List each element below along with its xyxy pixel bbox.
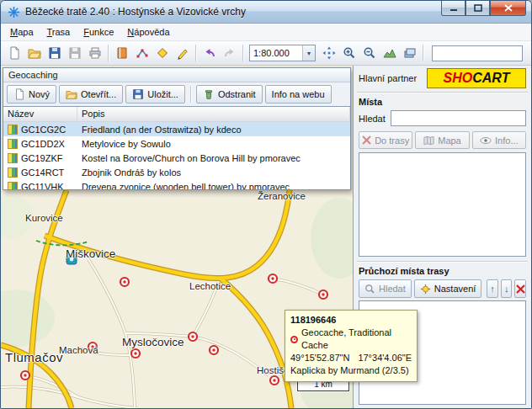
search-icon (364, 284, 375, 295)
layers-button[interactable] (400, 44, 419, 63)
pan-arrows-icon (322, 46, 336, 60)
town-label: Žeranovice (258, 191, 306, 201)
column-header-name[interactable]: Název (3, 107, 77, 121)
geocache-new-button[interactable]: Nový (7, 85, 56, 104)
geocache-row[interactable]: GC11VHK Drevena zvonice (wooden bell tow… (3, 179, 350, 189)
show-on-map-button[interactable]: Mapa (415, 131, 469, 149)
menubar: Mapa Trasa Funkce Nápověda (1, 24, 531, 41)
book-icon (115, 46, 129, 60)
menu-funkce[interactable]: Funkce (77, 24, 120, 40)
geocache-row[interactable]: GC14RCT Zbojnik Ondráš by kolos (3, 165, 350, 179)
add-to-route-button[interactable]: Do trasy (359, 131, 412, 149)
save-icon (132, 88, 144, 100)
undo-icon (203, 46, 216, 60)
zoom-in-button[interactable] (339, 44, 359, 63)
geocache-delete-button[interactable]: Odstranit (196, 85, 263, 104)
town-label: Miškovice (66, 247, 115, 260)
app-snowflake-icon (8, 6, 20, 19)
geocache-marker (210, 346, 218, 354)
waypoint-search-button[interactable]: Hledat (359, 279, 412, 298)
geocaching-panel-title[interactable]: Geocaching (3, 68, 350, 82)
print-icon (88, 46, 102, 60)
places-list[interactable] (359, 152, 526, 257)
chevron-down-icon[interactable]: ▼ (302, 45, 315, 61)
places-search-label: Hledat (359, 114, 386, 124)
menu-napoveda[interactable]: Nápověda (120, 24, 176, 40)
move-waypoint-up-button[interactable]: ↑ (487, 279, 498, 298)
toolbar-search-input[interactable] (432, 45, 523, 61)
geocache-web-info-button[interactable]: Info na webu (265, 85, 332, 104)
tooltip-type: Geocache, Traditional Cache (301, 327, 412, 352)
minimize-button[interactable] (441, 1, 466, 16)
draw-button[interactable] (173, 44, 192, 63)
maximize-button[interactable] (466, 1, 490, 16)
elevation-profile-button[interactable] (380, 44, 399, 63)
print-button[interactable] (85, 44, 104, 63)
menu-mapa[interactable]: Mapa (3, 24, 40, 40)
arrow-up-icon: ↑ (490, 284, 495, 294)
places-search-input[interactable] (391, 110, 526, 126)
app-window: Běžecké tratě 2.40 : Hostýnské a Vizovic… (0, 0, 532, 409)
poi-catalog-button[interactable] (112, 44, 131, 63)
redo-icon (223, 46, 237, 60)
geocache-row[interactable]: GC19ZKF Kostel na Borove/Church on Borov… (3, 151, 350, 165)
zoom-in-icon (343, 46, 356, 60)
geocache-save-button[interactable]: Uložit... (125, 85, 185, 104)
cache-type-icon (8, 139, 18, 149)
zoom-out-icon (363, 46, 376, 60)
arrow-down-icon: ↓ (504, 284, 509, 294)
delete-waypoint-button[interactable] (514, 279, 526, 298)
main-toolbar: 1:80.000 ▼ (1, 41, 531, 66)
route-edit-button[interactable] (132, 44, 152, 63)
zoom-out-button[interactable] (359, 44, 379, 63)
place-info-button[interactable]: Info... (472, 131, 526, 149)
geocache-marker (120, 278, 129, 286)
map-scale-combo[interactable]: 1:80.000 ▼ (249, 45, 316, 61)
geocache-list[interactable]: Název Popis GC1CG2C Friedland (an der Os… (3, 106, 350, 189)
save-all-button[interactable] (65, 44, 84, 63)
close-button[interactable] (490, 1, 526, 16)
open-folder-icon (66, 88, 77, 100)
menu-trasa[interactable]: Trasa (40, 24, 77, 40)
geocache-open-button[interactable]: Otevřít... (59, 85, 123, 104)
open-file-button[interactable] (24, 44, 44, 63)
settings-icon (420, 284, 431, 295)
redo-button[interactable] (220, 44, 239, 63)
elevation-profile-icon (383, 46, 396, 60)
town-label: Tlumačov (5, 350, 63, 364)
geocache-row[interactable]: GC1DD2X Metylovice by Sowulo (3, 136, 350, 151)
move-waypoint-down-button[interactable]: ↓ (501, 279, 513, 298)
waypoint-button[interactable] (152, 44, 172, 63)
shocart-logo[interactable]: SHOCART (427, 68, 526, 88)
waypoint-settings-button[interactable]: Nastavení (414, 279, 482, 298)
geocache-row[interactable]: GC1CG2C Friedland (an der Ostrawitza) by… (3, 122, 350, 136)
geocache-tooltip: 118196646 Geocache, Traditional Cache 49… (285, 310, 418, 382)
town-label: Lechotice (189, 281, 231, 291)
diamond-icon (156, 46, 169, 60)
map-icon (423, 135, 434, 146)
eye-icon (480, 136, 492, 145)
waypoints-section-title: Průchozí místa trasy (354, 263, 531, 277)
pan-button[interactable] (319, 44, 338, 63)
geocache-marker (189, 332, 197, 341)
undo-button[interactable] (200, 44, 219, 63)
column-header-desc[interactable]: Popis (77, 107, 350, 121)
save-icon (48, 46, 61, 60)
save-button[interactable] (45, 44, 64, 63)
content-area: Žeranovice Kurovice Miškovice Lechotice … (1, 66, 531, 408)
town-label: Machová (59, 345, 98, 355)
save-all-icon (68, 46, 82, 60)
layers-icon (403, 46, 417, 60)
new-file-button[interactable] (4, 44, 24, 63)
cache-type-icon (8, 182, 18, 190)
titlebar[interactable]: Běžecké tratě 2.40 : Hostýnské a Vizovic… (1, 1, 531, 24)
tooltip-id: 118196646 (290, 314, 412, 327)
map-scale-value: 1:80.000 (250, 48, 302, 58)
geocache-marker (21, 371, 29, 380)
separator (357, 92, 528, 93)
toolbar-separator (423, 45, 423, 61)
toolbar-separator (190, 86, 191, 103)
geocache-marker (270, 376, 279, 385)
toolbar-separator (195, 45, 196, 61)
geocache-list-header: Název Popis (3, 107, 350, 122)
